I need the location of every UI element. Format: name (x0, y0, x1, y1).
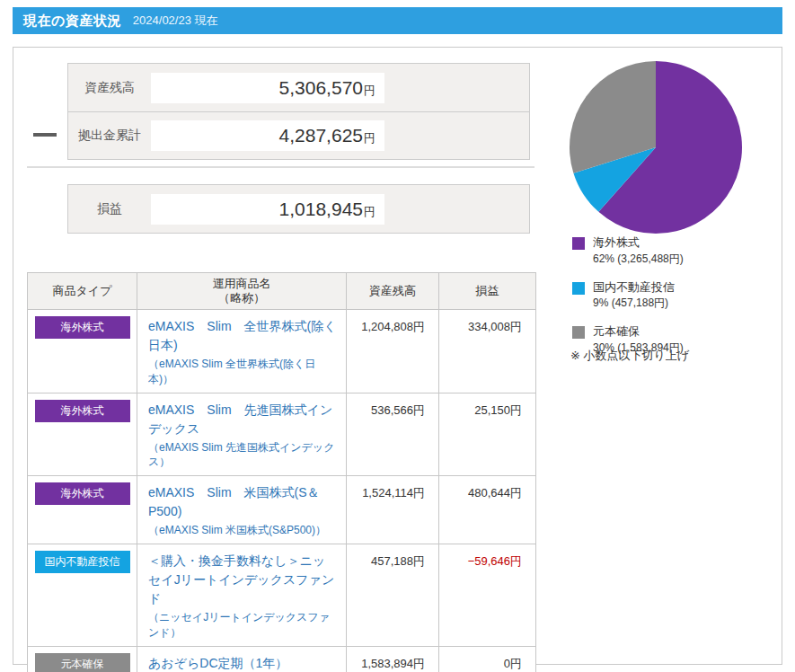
product-type-badge: 海外株式 (35, 316, 130, 339)
product-type-badge: 元本確保 (35, 653, 130, 672)
table-row: 海外株式 eMAXIS Slim 全世界株式(除く日本) （eMAXIS Sli… (28, 310, 536, 393)
balance-cell: 1,524,114円 (347, 476, 439, 544)
profit-loss-row: 損益 1,018,945 円 (68, 185, 529, 233)
product-alias[interactable]: （eMAXIS Slim 先進国株式インデックス） (148, 440, 337, 471)
profit-loss-cell: −59,646円 (439, 544, 536, 646)
minus-operator-icon (33, 133, 57, 137)
product-alias[interactable]: （eMAXIS Slim 米国株式(S&P500)） (148, 523, 337, 538)
profit-loss-value-box: 1,018,945 円 (151, 194, 384, 225)
table-row: 海外株式 eMAXIS Slim 先進国株式インデックス （eMAXIS Sli… (28, 393, 536, 476)
product-alias[interactable]: （eMAXIS Slim 全世界株式(除く日本)） (148, 357, 337, 387)
product-alias[interactable]: （ニッセイJリートインデックスファンド） (148, 610, 337, 641)
page-title: 現在の資産状況 (23, 13, 121, 30)
balance-cell: 1,204,808円 (347, 310, 439, 393)
asset-balance-label: 資産残高 (68, 80, 151, 96)
balance-summary-box: 資産残高 5,306,570 円 拠出金累計 4,287,625 円 (67, 63, 530, 160)
profit-loss-unit: 円 (364, 204, 375, 220)
product-name-link[interactable]: eMAXIS Slim 先進国株式インデックス (148, 401, 337, 438)
legend-value: 9% (457,188円) (593, 296, 675, 311)
contribution-total-row: 拠出金累計 4,287,625 円 (68, 111, 529, 159)
balance-cell: 536,566円 (347, 393, 439, 476)
asset-balance-value: 5,306,570 (279, 77, 363, 99)
legend-label: 国内不動産投信 (593, 280, 675, 295)
legend-item-domestic-reit: 国内不動産投信 9% (457,188円) (572, 280, 684, 312)
product-type-badge: 海外株式 (35, 482, 130, 505)
profit-loss-label: 損益 (68, 201, 151, 217)
profit-loss-cell: 480,644円 (439, 476, 536, 544)
product-name-link[interactable]: ＜購入・換金手数料なし＞ニッセイJリートインデックスファンド (148, 552, 337, 608)
col-header-product-name: 運用商品名 （略称） (137, 273, 347, 310)
rounding-note: ※ 小数点以下切り上げ (570, 348, 689, 364)
pie-chart (566, 57, 746, 237)
product-type-badge: 海外株式 (35, 400, 130, 422)
profit-loss-cell: 334,008円 (439, 310, 536, 393)
table-row: 元本確保 あおぞらDC定期（1年） （あおぞらDC定期(1年)） 1,583,8… (28, 646, 536, 672)
legend-value: 62% (3,265,488円) (593, 252, 684, 267)
asset-status-panel: 資産残高 5,306,570 円 拠出金累計 4,287,625 円 損益 1,… (13, 47, 782, 665)
as-of-date: 2024/02/23 現在 (133, 13, 218, 29)
table-row: 海外株式 eMAXIS Slim 米国株式(S＆P500) （eMAXIS Sl… (28, 476, 536, 544)
table-row: 国内不動産投信 ＜購入・換金手数料なし＞ニッセイJリートインデックスファンド （… (28, 544, 536, 646)
product-name-link[interactable]: eMAXIS Slim 全世界株式(除く日本) (148, 317, 337, 355)
balance-cell: 1,583,894円 (347, 646, 439, 672)
legend-swatch-icon (572, 237, 585, 250)
legend-label: 元本確保 (593, 324, 684, 339)
col-header-product-type: 商品タイプ (28, 273, 137, 310)
contribution-total-value-box: 4,287,625 円 (151, 120, 384, 151)
product-type-badge: 国内不動産投信 (35, 551, 130, 573)
profit-loss-cell: 0円 (439, 646, 536, 672)
contribution-total-value: 4,287,625 (279, 125, 363, 146)
contribution-total-label: 拠出金累計 (68, 128, 151, 144)
contribution-total-unit: 円 (364, 130, 375, 146)
pie-legend: 海外株式 62% (3,265,488円) 国内不動産投信 9% (457,18… (572, 235, 684, 356)
legend-swatch-icon (572, 326, 585, 339)
profit-loss-value: 1,018,945 (279, 199, 363, 220)
balance-cell: 457,188円 (347, 544, 439, 646)
legend-swatch-icon (572, 282, 585, 295)
asset-balance-unit: 円 (364, 83, 375, 99)
col-header-profit-loss: 損益 (439, 273, 536, 310)
col-header-balance: 資産残高 (347, 273, 439, 310)
table-header-row: 商品タイプ 運用商品名 （略称） 資産残高 損益 (28, 273, 536, 310)
equals-divider (27, 166, 534, 168)
profit-loss-summary-box: 損益 1,018,945 円 (67, 184, 530, 234)
asset-balance-value-box: 5,306,570 円 (151, 73, 384, 103)
legend-item-overseas-equity: 海外株式 62% (3,265,488円) (572, 235, 684, 267)
section-header: 現在の資産状況 2024/02/23 現在 (13, 7, 782, 34)
product-table: 商品タイプ 運用商品名 （略称） 資産残高 損益 海外株式 eMAXIS Sli… (27, 272, 536, 672)
product-name-link[interactable]: あおぞらDC定期（1年） (148, 654, 337, 672)
legend-label: 海外株式 (593, 235, 684, 250)
profit-loss-cell: 25,150円 (439, 393, 536, 476)
asset-balance-row: 資産残高 5,306,570 円 (68, 64, 529, 111)
product-name-link[interactable]: eMAXIS Slim 米国株式(S＆P500) (148, 483, 337, 521)
